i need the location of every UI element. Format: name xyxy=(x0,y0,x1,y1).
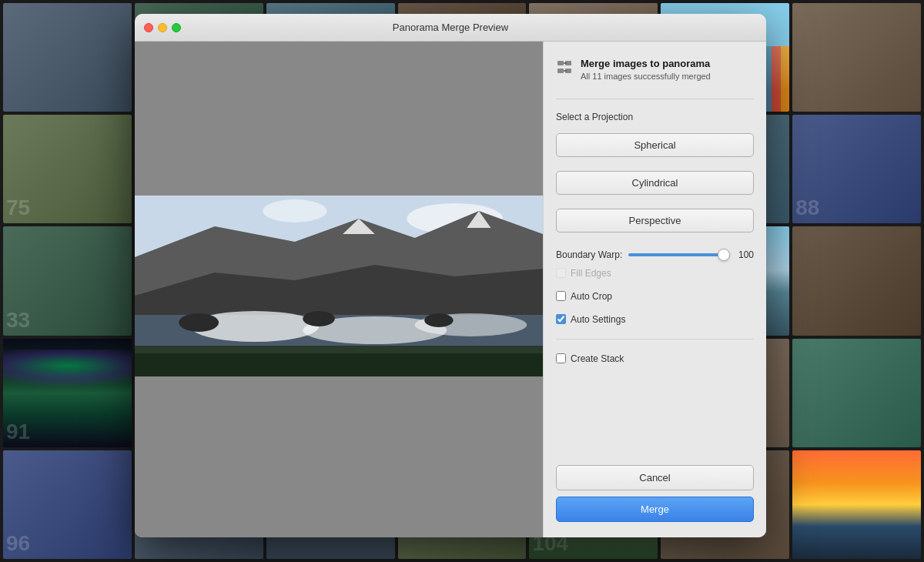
panorama-merge-dialog: Panorama Merge Preview xyxy=(135,14,766,537)
create-stack-label: Create Stack xyxy=(571,353,624,364)
merge-button[interactable]: Merge xyxy=(556,497,754,522)
svg-point-12 xyxy=(179,313,219,332)
merge-status: All 11 images successfully merged xyxy=(581,71,711,82)
perspective-button[interactable]: Perspective xyxy=(556,209,754,232)
divider xyxy=(556,99,754,99)
merge-info: Merge images to panorama All 11 images s… xyxy=(581,57,711,83)
svg-point-13 xyxy=(303,311,335,326)
bg-thumb xyxy=(792,450,921,559)
merge-icon xyxy=(556,58,574,76)
auto-crop-label: Auto Crop xyxy=(571,291,612,302)
bg-thumb: 96 xyxy=(3,450,132,559)
bg-thumb xyxy=(792,339,921,447)
create-stack-checkbox[interactable] xyxy=(556,353,566,363)
auto-settings-checkbox[interactable] xyxy=(556,314,566,324)
svg-rect-16 xyxy=(135,346,543,353)
svg-point-3 xyxy=(263,199,326,222)
fill-edges-checkbox[interactable] xyxy=(556,268,566,278)
bg-thumb xyxy=(3,3,132,112)
bg-thumb: 91 xyxy=(3,339,132,447)
boundary-warp-label: Boundary Warp: xyxy=(556,249,622,260)
minimize-button[interactable] xyxy=(158,23,167,32)
boundary-warp-value: 100 xyxy=(732,249,754,260)
spherical-button[interactable]: Spherical xyxy=(556,133,754,157)
auto-settings-row: Auto Settings xyxy=(556,313,754,326)
boundary-warp-slider[interactable] xyxy=(628,253,726,256)
bg-thumb: 75 xyxy=(3,115,132,223)
window-controls xyxy=(144,23,181,32)
svg-point-14 xyxy=(424,313,453,327)
dialog-title: Panorama Merge Preview xyxy=(393,22,508,33)
boundary-warp-section: Boundary Warp: 100 Fill Edges xyxy=(556,249,754,280)
right-panel: Merge images to panorama All 11 images s… xyxy=(543,42,766,537)
panorama-svg xyxy=(135,196,543,376)
fill-edges-row: Fill Edges xyxy=(556,266,754,280)
title-bar: Panorama Merge Preview xyxy=(135,14,766,42)
bottom-buttons: Cancel Merge xyxy=(556,465,754,522)
bg-thumb xyxy=(792,226,921,335)
bg-thumb: 33 xyxy=(3,226,132,335)
merge-heading: Merge images to panorama xyxy=(581,57,711,71)
dialog-body: Merge images to panorama All 11 images s… xyxy=(135,42,766,537)
boundary-warp-row: Boundary Warp: 100 xyxy=(556,249,754,260)
panorama-image xyxy=(135,196,543,376)
preview-panel xyxy=(135,42,543,537)
auto-crop-checkbox[interactable] xyxy=(556,291,566,301)
merge-header: Merge images to panorama All 11 images s… xyxy=(556,57,754,83)
preview-area xyxy=(135,42,543,537)
svg-rect-17 xyxy=(557,61,564,65)
fill-edges-label: Fill Edges xyxy=(571,268,611,279)
maximize-button[interactable] xyxy=(172,23,181,32)
bg-thumb: 88 xyxy=(792,115,921,223)
svg-rect-19 xyxy=(557,69,564,73)
cancel-button[interactable]: Cancel xyxy=(556,465,754,490)
auto-crop-row: Auto Crop xyxy=(556,289,754,303)
projection-label: Select a Projection xyxy=(556,112,754,122)
auto-settings-label: Auto Settings xyxy=(571,314,625,325)
divider-2 xyxy=(556,339,754,340)
close-button[interactable] xyxy=(144,23,153,32)
bg-thumb xyxy=(792,3,921,112)
cylindrical-button[interactable]: Cylindrical xyxy=(556,171,754,195)
create-stack-row: Create Stack xyxy=(556,352,754,366)
